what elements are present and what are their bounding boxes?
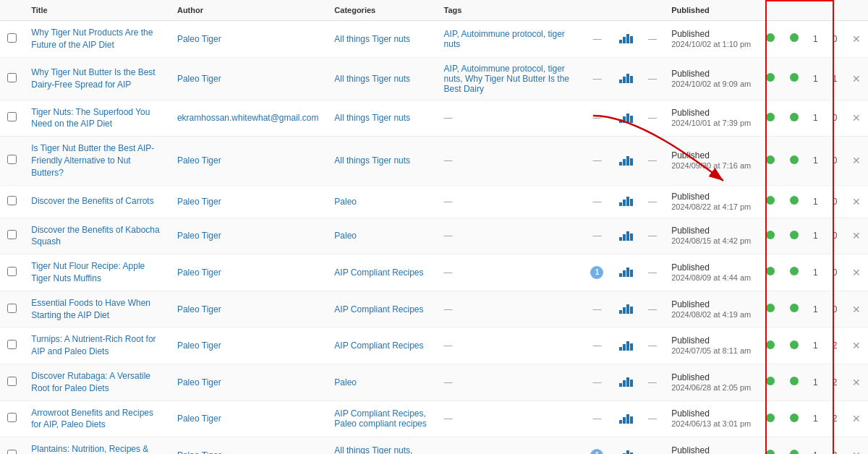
tags-cell: — — [437, 327, 583, 364]
post-title-link[interactable]: Discover the Benefits of Carrots — [31, 196, 153, 206]
stats-icon[interactable] — [619, 154, 633, 166]
delete-button[interactable]: ✕ — [852, 450, 861, 454]
post-title-cell: Arrowroot Benefits and Recipes for AIP, … — [24, 401, 170, 437]
comments-header — [582, 0, 611, 21]
delete-button[interactable]: ✕ — [852, 73, 861, 85]
delete-button[interactable]: ✕ — [852, 413, 861, 424]
post-title-link[interactable]: Turnips: A Nutrient-Rich Root for AIP an… — [31, 334, 156, 356]
row-checkbox[interactable] — [7, 112, 17, 121]
category-link[interactable]: All things Tiger nuts — [334, 34, 410, 44]
count2-cell: 0 — [825, 291, 845, 327]
count1-value: 1 — [813, 450, 818, 454]
category-link[interactable]: All things Tiger nuts, Recipes — [334, 445, 412, 454]
no-comments: — — [592, 113, 601, 123]
stats-icon[interactable] — [619, 111, 633, 123]
dot1-cell — [759, 218, 782, 254]
author-link[interactable]: Paleo Tiger — [177, 340, 221, 351]
status-dot — [790, 33, 799, 42]
status-dot — [790, 450, 799, 454]
author-link[interactable]: ekramhossan.whitewhat@gmail.com — [177, 113, 319, 123]
post-title-link[interactable]: Arrowroot Benefits and Recipes for AIP, … — [31, 408, 153, 430]
stats-icon[interactable] — [619, 448, 633, 454]
tags-value[interactable]: AIP, Autoimmune protocol, tiger nuts — [444, 29, 565, 49]
row-checkbox[interactable] — [7, 267, 17, 276]
stats-cell — [612, 100, 641, 137]
category-link[interactable]: AIP Compliant Recipes — [334, 304, 423, 314]
count2-value: 2 — [833, 377, 838, 387]
delete-button[interactable]: ✕ — [852, 267, 861, 278]
author-link[interactable]: Paleo Tiger — [177, 414, 221, 424]
stats-icon[interactable] — [619, 32, 633, 43]
seo-dash: — — [648, 197, 657, 207]
stats-icon[interactable] — [619, 72, 633, 83]
post-title-link[interactable]: Tiger Nuts: The Superfood You Need on th… — [31, 107, 150, 129]
category-link[interactable]: AIP Compliant Recipes — [334, 267, 423, 278]
delete-button[interactable]: ✕ — [852, 196, 861, 207]
category-link[interactable]: AIP Compliant Recipes, Paleo compliant r… — [334, 408, 426, 429]
category-link[interactable]: Paleo — [334, 197, 357, 207]
comment-badge[interactable]: 1 — [590, 266, 603, 279]
tags-cell: — — [437, 437, 583, 454]
status-label: Published — [671, 299, 710, 309]
post-title-link[interactable]: Plantains: Nutrition, Recipes & Tiger Nu… — [31, 444, 148, 454]
tags-value[interactable]: AIP, Autoimmune protocol, tiger nuts, Wh… — [444, 64, 569, 94]
author-cell: Paleo Tiger — [170, 185, 327, 218]
table-row: Why Tiger Nut Products Are the Future of… — [0, 21, 868, 58]
delete-button[interactable]: ✕ — [852, 33, 861, 45]
comment-badge[interactable]: 1 — [590, 449, 603, 454]
row-checkbox[interactable] — [7, 413, 17, 422]
post-title-link[interactable]: Tiger Nut Flour Recipe: Apple Tiger Nuts… — [31, 261, 145, 283]
post-title-link[interactable]: Why Tiger Nut Products Are the Future of… — [31, 27, 153, 50]
delete-button[interactable]: ✕ — [852, 112, 861, 124]
stats-icon[interactable] — [619, 412, 633, 424]
row-checkbox[interactable] — [7, 33, 17, 43]
row-checkbox[interactable] — [7, 73, 17, 82]
stats-icon[interactable] — [619, 375, 633, 387]
categories-cell: AIP Compliant Recipes — [327, 291, 436, 327]
count1-value: 1 — [813, 113, 818, 123]
author-link[interactable]: Paleo Tiger — [177, 450, 221, 454]
author-link[interactable]: Paleo Tiger — [177, 74, 221, 84]
row-checkbox[interactable] — [7, 196, 17, 205]
stats-icon[interactable] — [619, 339, 633, 351]
row-checkbox[interactable] — [7, 377, 17, 386]
category-link[interactable]: All things Tiger nuts — [334, 155, 410, 166]
author-link[interactable]: Paleo Tiger — [177, 197, 221, 207]
row-checkbox-cell — [0, 137, 24, 185]
delete-button[interactable]: ✕ — [852, 230, 861, 241]
author-link[interactable]: Paleo Tiger — [177, 377, 221, 387]
stats-icon[interactable] — [619, 302, 633, 314]
author-link[interactable]: Paleo Tiger — [177, 267, 221, 278]
post-title-link[interactable]: Essential Foods to Have When Starting th… — [31, 298, 150, 320]
delete-button[interactable]: ✕ — [852, 340, 861, 351]
post-title-link[interactable]: Discover the Benefits of Kabocha Squash — [31, 225, 159, 247]
row-checkbox[interactable] — [7, 230, 17, 239]
categories-cell: All things Tiger nuts — [327, 57, 436, 100]
status-label: Published — [671, 69, 710, 79]
stats-icon[interactable] — [619, 229, 633, 241]
row-checkbox[interactable] — [7, 304, 17, 313]
delete-button[interactable]: ✕ — [852, 304, 861, 315]
row-checkbox[interactable] — [7, 155, 17, 164]
category-link[interactable]: Paleo — [334, 231, 357, 241]
author-link[interactable]: Paleo Tiger — [177, 304, 221, 314]
category-link[interactable]: AIP Compliant Recipes — [334, 340, 423, 351]
dot1-cell — [759, 254, 782, 291]
post-title-link[interactable]: Why Tiger Nut Butter Is the Best Dairy-F… — [31, 67, 155, 90]
row-checkbox[interactable] — [7, 450, 17, 454]
stats-icon[interactable] — [619, 194, 633, 206]
author-link[interactable]: Paleo Tiger — [177, 231, 221, 241]
author-link[interactable]: Paleo Tiger — [177, 34, 221, 44]
author-link[interactable]: Paleo Tiger — [177, 155, 221, 166]
stats-icon[interactable] — [619, 265, 633, 277]
post-title-link[interactable]: Discover Rutabaga: A Versatile Root for … — [31, 371, 150, 393]
table-row: Arrowroot Benefits and Recipes for AIP, … — [0, 401, 868, 437]
delete-button[interactable]: ✕ — [852, 377, 861, 388]
category-link[interactable]: All things Tiger nuts — [334, 113, 410, 123]
post-title-link[interactable]: Is Tiger Nut Butter the Best AIP-Friendl… — [31, 143, 154, 178]
category-link[interactable]: All things Tiger nuts — [334, 74, 410, 84]
stats-cell — [612, 137, 641, 185]
row-checkbox[interactable] — [7, 340, 17, 349]
category-link[interactable]: Paleo — [334, 377, 357, 387]
delete-button[interactable]: ✕ — [852, 155, 861, 166]
